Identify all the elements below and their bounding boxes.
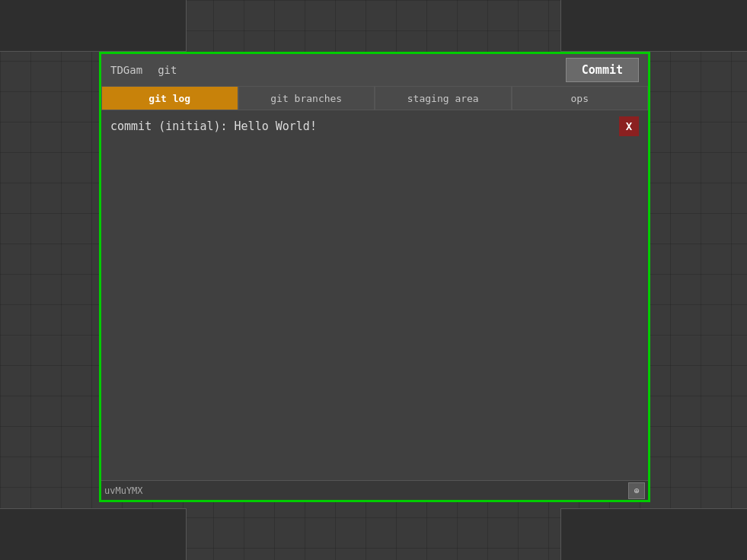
corner-bottom-left xyxy=(0,508,187,560)
sub-title: git xyxy=(158,64,177,76)
tabs-bar: git log git branches staging area ops xyxy=(101,86,648,110)
corner-top-left xyxy=(0,0,187,52)
content-area: commit (initial): Hello World! X xyxy=(101,110,648,480)
plus-icon: ⊕ xyxy=(634,485,639,496)
corner-top-right xyxy=(560,0,747,52)
status-icon-button[interactable]: ⊕ xyxy=(628,482,645,499)
app-name: TDGam xyxy=(110,64,142,76)
status-bar: uvMuYMX ⊕ xyxy=(101,480,648,500)
corner-bottom-right xyxy=(560,508,747,560)
commit-button[interactable]: Commit xyxy=(566,58,639,82)
tab-staging-area[interactable]: staging area xyxy=(375,86,512,110)
close-commit-button[interactable]: X xyxy=(619,116,639,136)
commit-entry-text: commit (initial): Hello World! xyxy=(110,119,317,133)
status-text: uvMuYMX xyxy=(104,485,628,496)
title-bar-left: TDGam git xyxy=(110,64,177,76)
title-bar: TDGam git Commit xyxy=(101,54,648,86)
tab-git-log[interactable]: git log xyxy=(101,86,238,110)
tab-git-branches[interactable]: git branches xyxy=(238,86,375,110)
desktop: TDGam git Commit git log git branches st… xyxy=(0,0,747,560)
commit-entry: commit (initial): Hello World! X xyxy=(101,110,648,142)
tab-ops[interactable]: ops xyxy=(512,86,649,110)
git-window: TDGam git Commit git log git branches st… xyxy=(99,52,650,502)
